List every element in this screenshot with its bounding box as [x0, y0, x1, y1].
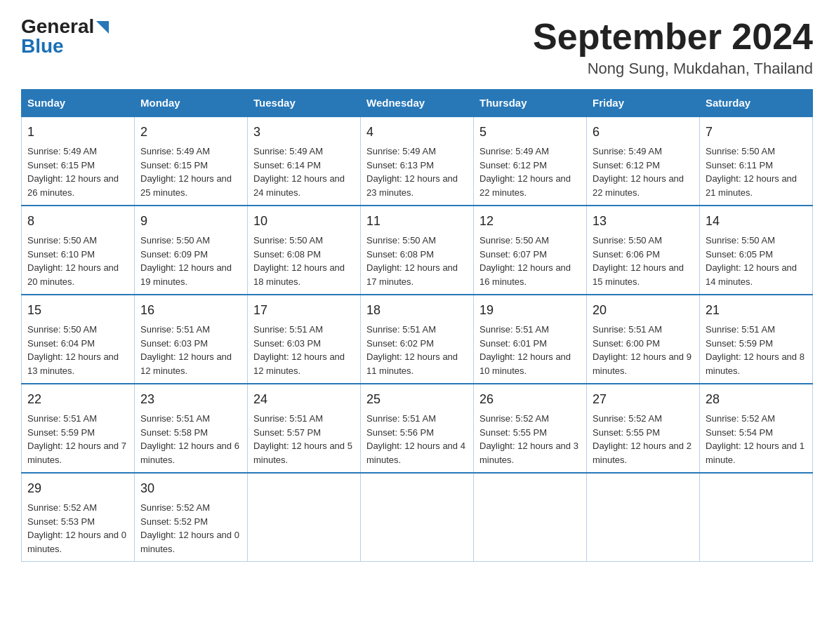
header-wednesday: Wednesday [361, 90, 474, 117]
svg-marker-0 [96, 21, 109, 34]
day-number: 17 [253, 301, 355, 320]
calendar-table: Sunday Monday Tuesday Wednesday Thursday… [21, 89, 813, 562]
calendar-cell: 18 Sunrise: 5:51 AM Sunset: 6:02 PM Dayl… [361, 295, 474, 384]
calendar-cell: 16 Sunrise: 5:51 AM Sunset: 6:03 PM Dayl… [135, 295, 248, 384]
calendar-cell: 29 Sunrise: 5:52 AM Sunset: 5:53 PM Dayl… [22, 473, 135, 562]
day-number: 7 [706, 123, 807, 142]
calendar-cell: 24 Sunrise: 5:51 AM Sunset: 5:57 PM Dayl… [248, 384, 361, 473]
day-info: Sunrise: 5:50 AM Sunset: 6:09 PM Dayligh… [140, 234, 241, 288]
day-info: Sunrise: 5:51 AM Sunset: 6:03 PM Dayligh… [253, 323, 355, 377]
day-info: Sunrise: 5:51 AM Sunset: 5:56 PM Dayligh… [366, 412, 468, 467]
calendar-cell: 1 Sunrise: 5:49 AM Sunset: 6:15 PM Dayli… [22, 116, 135, 206]
calendar-cell: 5 Sunrise: 5:49 AM Sunset: 6:12 PM Dayli… [474, 116, 587, 206]
day-number: 24 [253, 390, 355, 409]
logo-triangle-icon [96, 21, 109, 34]
header-friday: Friday [587, 90, 700, 117]
day-info: Sunrise: 5:51 AM Sunset: 6:00 PM Dayligh… [593, 323, 694, 377]
calendar-cell: 8 Sunrise: 5:50 AM Sunset: 6:10 PM Dayli… [22, 206, 135, 295]
calendar-week-row: 29 Sunrise: 5:52 AM Sunset: 5:53 PM Dayl… [22, 473, 813, 562]
day-info: Sunrise: 5:52 AM Sunset: 5:52 PM Dayligh… [140, 501, 241, 556]
calendar-cell: 3 Sunrise: 5:49 AM Sunset: 6:14 PM Dayli… [248, 116, 361, 206]
day-number: 1 [27, 123, 128, 142]
day-number: 13 [593, 212, 694, 231]
calendar-cell: 9 Sunrise: 5:50 AM Sunset: 6:09 PM Dayli… [135, 206, 248, 295]
day-info: Sunrise: 5:52 AM Sunset: 5:53 PM Dayligh… [27, 501, 128, 556]
day-number: 8 [27, 212, 128, 231]
header-saturday: Saturday [700, 90, 813, 117]
calendar-cell: 4 Sunrise: 5:49 AM Sunset: 6:13 PM Dayli… [361, 116, 474, 206]
day-number: 25 [366, 390, 468, 409]
calendar-cell: 26 Sunrise: 5:52 AM Sunset: 5:55 PM Dayl… [474, 384, 587, 473]
calendar-cell: 28 Sunrise: 5:52 AM Sunset: 5:54 PM Dayl… [700, 384, 813, 473]
day-info: Sunrise: 5:51 AM Sunset: 5:59 PM Dayligh… [27, 412, 128, 467]
calendar-cell: 15 Sunrise: 5:50 AM Sunset: 6:04 PM Dayl… [22, 295, 135, 384]
day-number: 21 [706, 301, 807, 320]
day-info: Sunrise: 5:50 AM Sunset: 6:08 PM Dayligh… [253, 234, 355, 288]
day-number: 30 [140, 479, 241, 498]
day-info: Sunrise: 5:51 AM Sunset: 6:02 PM Dayligh… [366, 323, 468, 377]
day-number: 6 [593, 123, 694, 142]
day-info: Sunrise: 5:49 AM Sunset: 6:12 PM Dayligh… [479, 145, 581, 199]
calendar-week-row: 22 Sunrise: 5:51 AM Sunset: 5:59 PM Dayl… [22, 384, 813, 473]
day-info: Sunrise: 5:50 AM Sunset: 6:05 PM Dayligh… [706, 234, 807, 288]
calendar-cell: 19 Sunrise: 5:51 AM Sunset: 6:01 PM Dayl… [474, 295, 587, 384]
day-number: 16 [140, 301, 241, 320]
calendar-cell: 2 Sunrise: 5:49 AM Sunset: 6:15 PM Dayli… [135, 116, 248, 206]
calendar-cell: 22 Sunrise: 5:51 AM Sunset: 5:59 PM Dayl… [22, 384, 135, 473]
day-number: 10 [253, 212, 355, 231]
day-number: 22 [27, 390, 128, 409]
day-info: Sunrise: 5:50 AM Sunset: 6:06 PM Dayligh… [593, 234, 694, 288]
day-info: Sunrise: 5:49 AM Sunset: 6:12 PM Dayligh… [593, 145, 694, 199]
calendar-cell: 17 Sunrise: 5:51 AM Sunset: 6:03 PM Dayl… [248, 295, 361, 384]
day-number: 26 [479, 390, 581, 409]
day-number: 14 [706, 212, 807, 231]
calendar-cell: 12 Sunrise: 5:50 AM Sunset: 6:07 PM Dayl… [474, 206, 587, 295]
day-info: Sunrise: 5:49 AM Sunset: 6:15 PM Dayligh… [27, 145, 128, 199]
title-block: September 2024 Nong Sung, Mukdahan, Thai… [533, 17, 813, 78]
calendar-cell: 25 Sunrise: 5:51 AM Sunset: 5:56 PM Dayl… [361, 384, 474, 473]
day-info: Sunrise: 5:50 AM Sunset: 6:11 PM Dayligh… [706, 145, 807, 199]
day-number: 28 [706, 390, 807, 409]
day-info: Sunrise: 5:51 AM Sunset: 6:03 PM Dayligh… [140, 323, 241, 377]
calendar-cell: 14 Sunrise: 5:50 AM Sunset: 6:05 PM Dayl… [700, 206, 813, 295]
header-thursday: Thursday [474, 90, 587, 117]
calendar-cell: 6 Sunrise: 5:49 AM Sunset: 6:12 PM Dayli… [587, 116, 700, 206]
day-number: 19 [479, 301, 581, 320]
calendar-cell [587, 473, 700, 562]
day-number: 18 [366, 301, 468, 320]
calendar-cell: 20 Sunrise: 5:51 AM Sunset: 6:00 PM Dayl… [587, 295, 700, 384]
day-number: 27 [593, 390, 694, 409]
day-number: 3 [253, 123, 355, 142]
day-number: 29 [27, 479, 128, 498]
calendar-cell: 21 Sunrise: 5:51 AM Sunset: 5:59 PM Dayl… [700, 295, 813, 384]
header-sunday: Sunday [22, 90, 135, 117]
calendar-week-row: 8 Sunrise: 5:50 AM Sunset: 6:10 PM Dayli… [22, 206, 813, 295]
day-info: Sunrise: 5:50 AM Sunset: 6:04 PM Dayligh… [27, 323, 128, 377]
day-info: Sunrise: 5:49 AM Sunset: 6:14 PM Dayligh… [253, 145, 355, 199]
day-number: 23 [140, 390, 241, 409]
day-number: 4 [366, 123, 468, 142]
header-monday: Monday [135, 90, 248, 117]
calendar-header-row: Sunday Monday Tuesday Wednesday Thursday… [22, 90, 813, 117]
calendar-cell: 13 Sunrise: 5:50 AM Sunset: 6:06 PM Dayl… [587, 206, 700, 295]
day-info: Sunrise: 5:51 AM Sunset: 5:57 PM Dayligh… [253, 412, 355, 467]
day-number: 9 [140, 212, 241, 231]
day-info: Sunrise: 5:52 AM Sunset: 5:54 PM Dayligh… [706, 412, 807, 467]
day-info: Sunrise: 5:52 AM Sunset: 5:55 PM Dayligh… [479, 412, 581, 467]
calendar-cell [248, 473, 361, 562]
day-info: Sunrise: 5:50 AM Sunset: 6:07 PM Dayligh… [479, 234, 581, 288]
day-number: 15 [27, 301, 128, 320]
calendar-cell: 10 Sunrise: 5:50 AM Sunset: 6:08 PM Dayl… [248, 206, 361, 295]
day-info: Sunrise: 5:51 AM Sunset: 5:59 PM Dayligh… [706, 323, 807, 377]
logo-general: General [21, 17, 94, 36]
calendar-cell [700, 473, 813, 562]
calendar-cell: 7 Sunrise: 5:50 AM Sunset: 6:11 PM Dayli… [700, 116, 813, 206]
day-info: Sunrise: 5:50 AM Sunset: 6:10 PM Dayligh… [27, 234, 128, 288]
day-number: 5 [479, 123, 581, 142]
day-info: Sunrise: 5:51 AM Sunset: 5:58 PM Dayligh… [140, 412, 241, 467]
day-number: 11 [366, 212, 468, 231]
calendar-cell [361, 473, 474, 562]
day-number: 12 [479, 212, 581, 231]
day-number: 20 [593, 301, 694, 320]
day-number: 2 [140, 123, 241, 142]
